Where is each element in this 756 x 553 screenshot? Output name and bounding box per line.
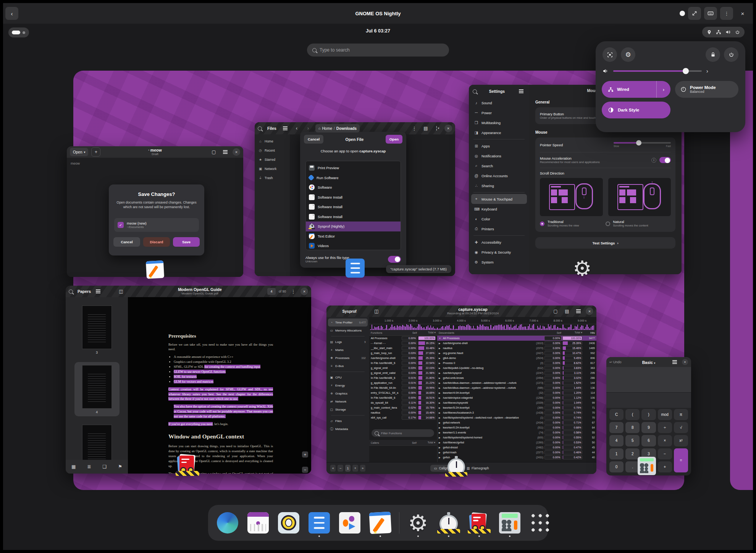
traditional-tile[interactable]: ↓ — [540, 178, 603, 216]
calculator-menu-button[interactable] — [670, 358, 679, 366]
dock-item-web[interactable] — [216, 509, 239, 537]
function-row[interactable]: In File /lib/x86_64-lin0.00%19.99% — [369, 385, 437, 390]
settings-item-power[interactable]: ⎓Power — [471, 108, 527, 118]
dark-style-button[interactable]: Dark Style — [602, 102, 670, 118]
dock-item-editor[interactable] — [368, 509, 392, 537]
calc-key-+[interactable]: + — [658, 461, 672, 472]
qs-settings-button[interactable]: ⚙ — [621, 47, 635, 62]
nav-forward-button[interactable]: › — [304, 124, 312, 133]
calc-key-5[interactable]: 5 — [625, 435, 640, 446]
descendant-row[interactable]: ▶/usr/lib/systemd/systemd --switched-roo… — [437, 415, 596, 420]
descendant-row[interactable]: ▶kworker/1:1-events(74)0.00%0.58%55 — [437, 430, 596, 435]
function-row[interactable]: g_main_loop_run0.03%27.69% — [369, 351, 437, 356]
descendant-row[interactable]: ▼All Processes0.00%100.00%9477 — [437, 336, 596, 341]
descendant-row[interactable]: ▶/usr/lib/systemd/systemd-homed(600)0.00… — [437, 435, 596, 440]
files-sidebar-item-trash[interactable]: ⏚Trash — [255, 173, 290, 183]
sysprof-item-storage[interactable]: ▢Storage — [328, 406, 368, 414]
traditional-radio-row[interactable]: TraditionalScrolling moves the view — [540, 220, 606, 227]
calc-key-−[interactable]: − — [658, 448, 672, 459]
descendant-row[interactable]: ▶/usr/libexec/sysprofd(2339)0.00%1.04%99 — [437, 400, 596, 405]
descendant-row[interactable]: ▶/usr/sbin/spice-vdagentd(1266)0.00%1.12… — [437, 395, 596, 400]
power-mode-button[interactable]: Power Mode Balanced — [675, 81, 738, 98]
sysprof-item-metadata[interactable]: ⓘMetadata — [328, 425, 368, 433]
open-document-button[interactable]: Open▾ — [70, 148, 88, 156]
dock-item-files[interactable] — [307, 509, 331, 537]
calc-key-x²[interactable]: x² — [674, 435, 688, 446]
sysprof-item-logs[interactable]: ▤Logs9 — [328, 338, 368, 346]
files-window[interactable]: Files ‹ › ⌂ Home / Downloads ⋮ ▤ ╎▾ × ⌂H… — [255, 122, 455, 276]
calc-key-√[interactable]: √ — [674, 422, 688, 433]
save-button[interactable]: Save — [173, 237, 200, 247]
main-menu-button[interactable] — [221, 148, 229, 156]
discard-button[interactable]: Discard — [143, 237, 170, 247]
settings-search-icon[interactable] — [473, 89, 477, 94]
files-sidebar-menu-button[interactable] — [281, 124, 289, 133]
papers-window[interactable]: Papers ◫ Modern OpenGL Guide Modern Open… — [66, 286, 311, 474]
editor-text-area[interactable]: meow Save Changes? Open documents contai… — [67, 158, 243, 277]
test-settings-button[interactable]: Test Settings› — [535, 237, 675, 249]
papers-menu-button[interactable] — [94, 287, 102, 296]
filter-functions-input[interactable]: Filter Functions — [372, 429, 434, 437]
zoom-out-button[interactable]: − — [302, 467, 308, 473]
sysprof-close-button[interactable]: × — [586, 307, 593, 315]
file-checkbox[interactable]: ✓ — [118, 222, 124, 228]
app-choice-software[interactable]: Software — [306, 183, 401, 192]
descendant-row[interactable]: ▶gvfsd-network(2434)0.00%0.71%67 — [437, 420, 596, 425]
page-number-input[interactable]: 4 — [267, 288, 276, 295]
calc-key-6[interactable]: 6 — [641, 435, 656, 446]
papers-search-icon[interactable] — [69, 289, 73, 294]
screenshot-button[interactable] — [603, 47, 617, 62]
thumbnails-icon[interactable]: ▦ — [71, 464, 76, 469]
dialog-open-button[interactable]: Open — [386, 135, 402, 144]
calc-key-8[interactable]: 8 — [625, 422, 640, 433]
fullscreen-button[interactable] — [688, 7, 701, 20]
files-sidebar-item-network[interactable]: ▣Network — [255, 164, 290, 173]
function-row[interactable]: In File /usr/lib/x86_60.00%22.54% — [369, 361, 437, 365]
system-tray[interactable] — [702, 27, 745, 37]
cancel-button[interactable]: Cancel — [113, 237, 140, 247]
text-editor-window[interactable]: Open▾ + • meow Draft ▢ × meow Save Chang… — [67, 146, 243, 277]
settings-item-printers[interactable]: ⎙Printers — [471, 224, 527, 234]
descendant-row[interactable]: ▶gvfsd-dnssd(2482)0.00%0.47%45 — [437, 445, 596, 450]
calc-key-mod[interactable]: mod — [658, 409, 672, 420]
descendant-row[interactable]: ▶kworker/5:2H-kverityd(369)0.00%0.75%71 — [437, 405, 596, 410]
sysprof-item-processes[interactable]: ❖Processes332 — [328, 354, 368, 362]
app-choice-sysprof-nightly-[interactable]: Sysprof (Nightly) — [306, 222, 401, 231]
descendant-row[interactable]: ▶/usr/bin/gnome-shell(1610)0.00%25.39%24… — [437, 341, 596, 346]
descendant-row[interactable]: ▶Process 0(0)0.00%8.62%817 — [437, 361, 596, 365]
function-row[interactable]: nautilus0.00%15.46% — [369, 410, 437, 415]
descendant-row[interactable]: ▶/usr/libexec/gvfsd(1390)0.00%0.53%50 — [437, 440, 596, 445]
descendant-row[interactable]: ▶kworker/0:2H-kverityd(511)0.00%0.68%64 — [437, 425, 596, 430]
function-row[interactable]: All Processes0.00%100.00% — [369, 336, 437, 341]
descendant-row[interactable]: ▶org.gnome.Nauti(2427)0.00%10.47%992 — [437, 351, 596, 356]
app-choice-print-preview[interactable]: Print Preview — [306, 163, 401, 173]
mouse-acceleration-toggle[interactable] — [659, 157, 671, 163]
sysprof-menu-button[interactable] — [574, 307, 583, 315]
settings-item-color[interactable]: ◐Color — [471, 214, 527, 224]
sysprof-item-d-bus[interactable]: ≡D-Bus — [328, 362, 368, 370]
sysprof-item-marks[interactable]: ⌖Marks — [328, 346, 368, 354]
undo-button[interactable]: ↩ Undo — [609, 360, 622, 364]
descendant-row[interactable]: ▶gtk4-demo(2524)0.00%9.45%896 — [437, 356, 596, 361]
dock-item-grid[interactable] — [528, 509, 552, 537]
wired-expand-button[interactable]: › — [656, 81, 670, 98]
calc-key-)[interactable]: ) — [641, 409, 656, 420]
settings-item-apps[interactable]: ⊞Apps — [471, 141, 527, 151]
pdf-page[interactable]: PrerequisitesBefore we can take off, you… — [128, 297, 311, 474]
dock-item-sysprof[interactable] — [437, 509, 460, 537]
dock-item-music[interactable] — [277, 509, 300, 537]
settings-menu-button[interactable] — [517, 87, 525, 95]
document-properties-button[interactable]: ▢ — [210, 148, 218, 156]
dock-item-software[interactable] — [338, 509, 362, 537]
files-sidebar-item-starred[interactable]: ★Starred — [255, 155, 290, 164]
papers-kebab-button[interactable]: ⋮ — [289, 287, 297, 296]
function-row[interactable]: g_main_context_itera0.02%15.75% — [369, 405, 437, 410]
sysprof-item-files[interactable]: ▱Files — [328, 417, 368, 425]
calc-key-([interactable]: ( — [625, 409, 640, 420]
settings-item-mouse-touchpad[interactable]: ⌖Mouse & Touchpad — [471, 194, 527, 204]
settings-item-appearance[interactable]: ◨Appearance — [471, 128, 527, 137]
new-folder-button[interactable]: ▤ — [422, 124, 430, 133]
function-row[interactable]: __libc_start_main0.00%33.48% — [369, 346, 437, 351]
page-thumbnail[interactable]: 3 — [74, 302, 120, 357]
settings-item-system[interactable]: ⚙System — [471, 257, 527, 267]
